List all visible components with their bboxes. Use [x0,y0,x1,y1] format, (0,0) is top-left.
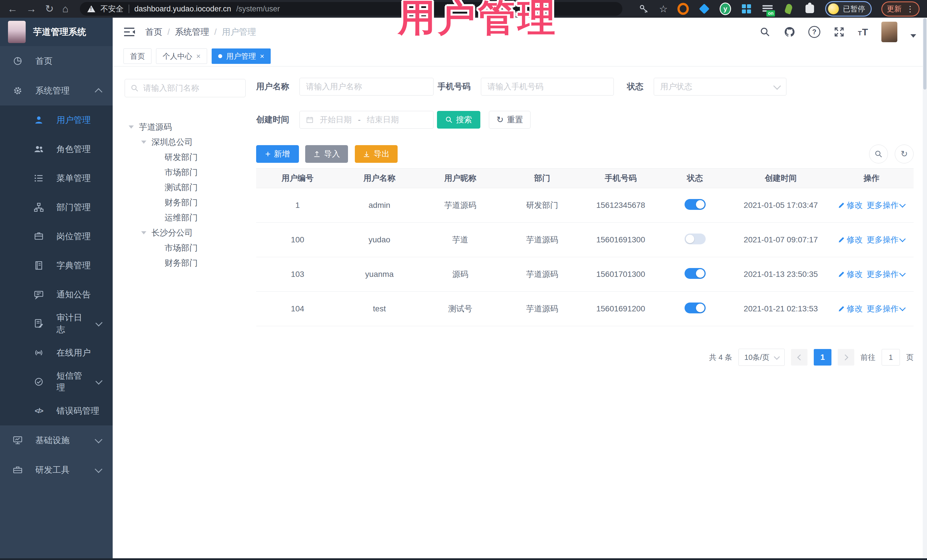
tree-node[interactable]: 长沙分公司 [125,225,246,240]
not-secure-label[interactable]: 不安全 [100,4,123,14]
sidebar-item-menus[interactable]: 菜单管理 [0,164,112,193]
sidebar-item-departments[interactable]: 部门管理 [0,193,112,222]
tree-node-root[interactable]: 芋道源码 [125,120,246,135]
help-icon[interactable]: ? [808,26,820,38]
search-button[interactable]: 搜索 [437,111,480,129]
app-title: 芋道管理系统 [33,26,86,38]
sidebar-item-announcements[interactable]: 通知公告 [0,280,112,309]
status-toggle[interactable] [685,268,706,279]
edit-link[interactable]: 修改 [838,304,863,314]
goto-page-input[interactable] [881,349,900,366]
caret-down-icon[interactable] [141,231,146,234]
status-toggle[interactable] [685,199,706,210]
cell-department: 芋道源码 [501,234,583,245]
tree-node[interactable]: 深圳总公司 [125,135,246,150]
github-icon[interactable] [784,26,795,38]
tree-node[interactable]: 运维部门 [125,210,246,225]
department-tree: 芋道源码 深圳总公司 研发部门 市场部门 测试部门 财务部门 运维部门 长沙分公… [125,120,246,270]
more-actions-link[interactable]: 更多操作 [866,234,905,245]
sidebar-item-users[interactable]: 用户管理 [0,106,112,135]
sidebar-item-posts[interactable]: 岗位管理 [0,222,112,251]
edit-link[interactable]: 修改 [838,269,863,280]
password-key-icon[interactable] [638,3,649,15]
cell-nickname: 芋道 [420,234,501,245]
date-range-input[interactable]: 开始日期 - 结束日期 [299,111,433,129]
tree-node[interactable]: 市场部门 [125,240,246,255]
extension-squares-icon[interactable] [741,3,752,15]
more-actions-link[interactable]: 更多操作 [866,269,905,280]
tree-node[interactable]: 财务部门 [125,195,246,210]
tab-home[interactable]: 首页 [123,49,152,64]
more-actions-link[interactable]: 更多操作 [866,304,905,314]
tree-node[interactable]: 财务部门 [125,255,246,270]
sidebar-collapse-icon[interactable] [123,26,135,38]
sidebar-item-dev-tools[interactable]: 研发工具 [0,455,112,485]
caret-down-icon[interactable] [141,141,146,144]
extension-green-y-icon[interactable]: y [720,3,731,15]
status-toggle[interactable] [685,302,706,313]
user-icon [33,115,44,125]
username-input[interactable]: 请输入用户名称 [299,78,433,96]
extension-list-on-icon[interactable]: on [762,3,773,15]
sidebar-item-dictionary[interactable]: 字典管理 [0,251,112,280]
extension-ubuntu-icon[interactable] [678,3,689,15]
sms-icon [33,377,44,387]
close-icon[interactable]: × [260,52,264,61]
extension-leg-icon[interactable] [783,3,794,15]
sidebar-item-sms[interactable]: 短信管理 [0,367,112,396]
mobile-input[interactable]: 请输入手机号码 [481,78,614,96]
browser-menu-icon[interactable]: ⋮ [906,4,914,14]
close-icon[interactable]: × [196,52,201,61]
page-size-select[interactable]: 10条/页 [739,349,785,366]
import-button[interactable]: 导入 [305,145,348,163]
prev-page-button[interactable] [791,349,807,366]
department-search-input[interactable]: 请输入部门名称 [125,79,246,97]
status-toggle[interactable] [685,234,706,244]
forward-icon[interactable]: → [26,0,36,18]
scrollbar-thumb[interactable] [923,18,926,90]
next-page-button[interactable] [838,349,854,366]
sidebar-item-online-users[interactable]: 在线用户 [0,338,112,367]
chevron-right-icon [842,354,848,360]
export-button[interactable]: 导出 [355,145,398,163]
fullscreen-icon[interactable] [833,26,845,38]
tree-node[interactable]: 市场部门 [125,165,246,180]
caret-down-icon[interactable] [129,126,134,129]
reload-icon[interactable]: ↻ [45,0,54,18]
logo-bar[interactable]: 芋道管理系统 [0,18,112,46]
sidebar-item-roles[interactable]: 角色管理 [0,135,112,164]
sidebar-item-infrastructure[interactable]: 基础设施 [0,425,112,455]
status-select[interactable]: 用户状态 [654,78,786,96]
tab-profile[interactable]: 个人中心 × [156,49,207,64]
edit-link[interactable]: 修改 [838,234,863,245]
reset-button[interactable]: ↻ 重置 [489,111,530,129]
page-number-current[interactable]: 1 [814,349,831,366]
bookmark-star-icon[interactable]: ☆ [659,3,668,15]
edit-link[interactable]: 修改 [838,200,863,211]
tree-node[interactable]: 研发部门 [125,150,246,165]
font-size-icon[interactable]: TT [858,27,868,38]
sidebar-item-system[interactable]: 系统管理 [0,76,112,106]
extension-gem-icon[interactable] [699,3,710,15]
add-button[interactable]: + 新增 [256,145,299,163]
username-placeholder: 请输入用户名称 [306,81,362,92]
table-search-toggle-button[interactable] [869,144,888,163]
breadcrumb-home[interactable]: 首页 [145,26,162,38]
home-icon[interactable]: ⌂ [62,0,68,18]
sidebar-item-audit-log[interactable]: 审计日志 [0,309,112,338]
browser-update-button[interactable]: 更新 ⋮ [881,2,919,17]
tree-node[interactable]: 测试部门 [125,180,246,195]
tab-user-management[interactable]: 用户管理 × [212,49,271,64]
browser-profile-chip[interactable]: 已暂停 [825,1,872,17]
table-refresh-button[interactable]: ↻ [895,144,913,163]
more-actions-link[interactable]: 更多操作 [866,200,905,211]
avatar-caret-icon[interactable] [910,34,916,38]
extensions-puzzle-icon[interactable] [804,3,816,15]
sidebar-item-error-codes[interactable]: </> 错误码管理 [0,396,112,425]
breadcrumb-section[interactable]: 系统管理 [175,26,209,38]
back-icon[interactable]: ← [8,0,18,18]
user-avatar[interactable] [881,22,897,42]
search-icon[interactable] [759,26,771,38]
page-scrollbar[interactable] [923,18,927,560]
sidebar-item-home[interactable]: 首页 [0,46,112,76]
